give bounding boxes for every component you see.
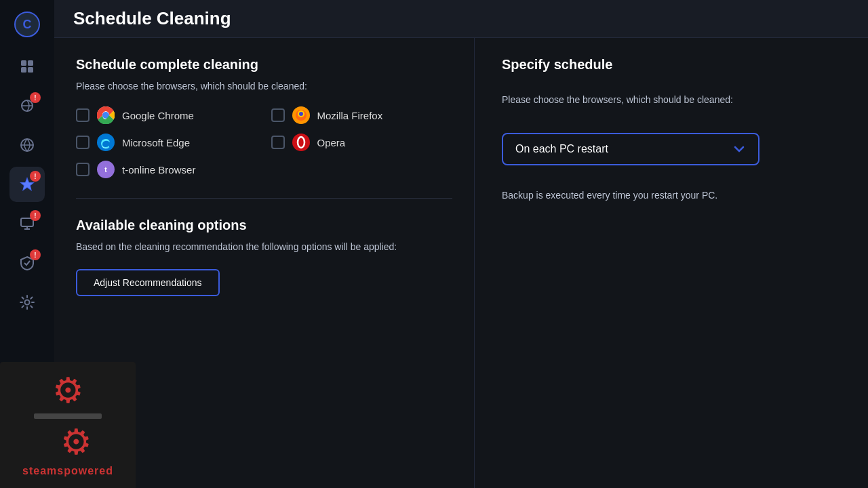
monitor-badge: ! xyxy=(30,92,41,103)
firefox-label: Mozilla Firefox xyxy=(317,110,383,121)
schedule-dropdown[interactable]: On each PC restart xyxy=(502,133,760,165)
right-panel: Specify schedule Please choose the brows… xyxy=(475,38,868,488)
header: Schedule Cleaning xyxy=(54,0,868,38)
adjust-recommendations-button[interactable]: Adjust Recommendations xyxy=(76,269,220,296)
sidebar-item-settings[interactable] xyxy=(9,285,45,320)
content-area: Schedule complete cleaning Please choose… xyxy=(54,38,868,488)
edge-checkbox[interactable] xyxy=(76,136,90,149)
svg-rect-4 xyxy=(21,67,26,73)
chrome-label: Google Chrome xyxy=(122,110,194,121)
chevron-down-icon xyxy=(732,142,746,156)
sidebar-item-dashboard[interactable] xyxy=(9,49,45,84)
specify-schedule-title: Specify schedule xyxy=(502,57,841,73)
svg-point-14 xyxy=(25,300,30,305)
sidebar-item-pc[interactable]: ! xyxy=(9,206,45,241)
cleaning-options-section: Available cleaning options Based on the … xyxy=(76,218,452,296)
pc-badge: ! xyxy=(30,210,41,221)
browser-list: Google Chrome Moz xyxy=(76,106,452,179)
steam-gear-icon-bottom: ⚙ xyxy=(60,424,92,460)
sidebar-item-internet[interactable] xyxy=(9,127,45,163)
page-title: Schedule Cleaning xyxy=(73,8,231,29)
svg-point-21 xyxy=(299,112,303,116)
main-content: Schedule Cleaning Schedule complete clea… xyxy=(54,0,868,488)
opera-icon xyxy=(292,133,311,152)
sidebar-item-security[interactable]: ! xyxy=(9,245,45,281)
opera-label: Opera xyxy=(317,137,346,148)
steam-gear-icon-top: ⚙ xyxy=(52,373,84,408)
svg-point-17 xyxy=(103,113,108,118)
browser-item-edge[interactable]: Microsoft Edge xyxy=(76,133,258,152)
tonline-checkbox[interactable] xyxy=(76,163,90,176)
chrome-checkbox[interactable] xyxy=(76,108,90,122)
edge-label: Microsoft Edge xyxy=(122,137,190,148)
tonline-label: t-online Browser xyxy=(122,164,195,176)
app-logo: C xyxy=(9,7,45,42)
schedule-cleaning-desc: Please choose the browsers, which should… xyxy=(76,79,452,94)
schedule-note: Backup is executed every time you restar… xyxy=(502,190,841,201)
chrome-icon xyxy=(96,106,115,125)
browser-item-tonline[interactable]: t t-online Browser xyxy=(76,160,258,179)
svg-rect-2 xyxy=(21,60,26,66)
sidebar-item-monitor[interactable]: ! xyxy=(9,88,45,123)
clean-badge: ! xyxy=(30,171,41,182)
specify-schedule-desc: Please choose the browsers, which should… xyxy=(502,93,841,107)
browser-item-chrome[interactable]: Google Chrome xyxy=(76,106,258,125)
tonline-icon: t xyxy=(96,160,115,179)
schedule-dropdown-value: On each PC restart xyxy=(515,143,608,155)
security-badge: ! xyxy=(30,249,41,260)
svg-rect-5 xyxy=(28,67,33,73)
browser-item-opera[interactable]: Opera xyxy=(271,133,453,152)
edge-icon xyxy=(96,133,115,152)
sidebar-item-clean[interactable]: ! xyxy=(9,167,45,202)
steam-loading-bar xyxy=(34,413,102,419)
cleaning-options-title: Available cleaning options xyxy=(76,218,452,233)
cleaning-options-desc: Based on the cleaning recommendation the… xyxy=(76,240,452,254)
steam-popup: ⚙ ⚙ steamspowered xyxy=(0,362,136,488)
firefox-checkbox[interactable] xyxy=(271,108,285,122)
schedule-cleaning-section: Schedule complete cleaning Please choose… xyxy=(76,57,452,179)
opera-checkbox[interactable] xyxy=(271,136,285,149)
firefox-icon xyxy=(292,106,311,125)
svg-text:C: C xyxy=(23,18,32,31)
steam-popup-body: ⚙ ⚙ steamspowered xyxy=(0,362,136,488)
section-divider xyxy=(76,198,452,199)
svg-rect-3 xyxy=(28,60,33,66)
steam-label: steamspowered xyxy=(22,465,113,477)
browser-item-firefox[interactable]: Mozilla Firefox xyxy=(271,106,453,125)
schedule-cleaning-title: Schedule complete cleaning xyxy=(76,57,452,73)
